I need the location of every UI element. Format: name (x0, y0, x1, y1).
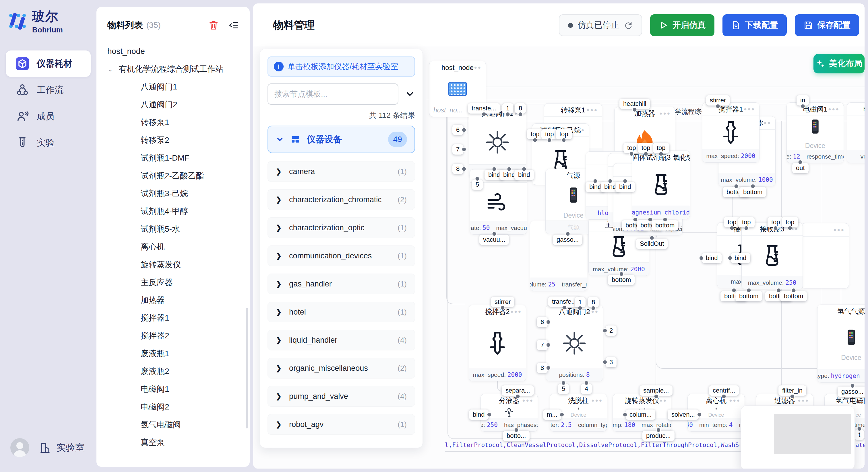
node-menu-icon[interactable]: ●●● (674, 151, 686, 164)
port-top[interactable]: top (527, 129, 544, 139)
port-bind[interactable]: bind (702, 253, 722, 263)
port-in[interactable]: in (797, 95, 809, 105)
port-bottom[interactable]: bottom (780, 291, 807, 301)
port-filter_in[interactable]: filter_in (778, 385, 806, 396)
port-3[interactable]: 3 (606, 357, 617, 367)
port-top[interactable]: top (541, 129, 558, 139)
tree-item-root[interactable]: host_node (107, 42, 247, 60)
tree-item-2[interactable]: 转移泵1 (107, 113, 247, 131)
port-bind[interactable]: bind (469, 409, 489, 420)
node-menu-icon[interactable]: ●●● (744, 103, 755, 116)
canvas-node-receiver-b[interactable]: ●●● (801, 223, 849, 289)
port-6[interactable]: 6 (537, 317, 548, 327)
chevron-down-icon[interactable] (405, 89, 415, 99)
port-2[interactable]: 2 (606, 326, 617, 336)
port-top[interactable]: top (724, 217, 740, 227)
sidebar-item-laboratory[interactable]: 实验室 (38, 441, 85, 454)
sidebar-item-0[interactable]: 仪器耗材 (6, 50, 91, 77)
port-gasso[interactable]: gasso... (553, 235, 582, 245)
sidebar-item-2[interactable]: 成员 (6, 103, 91, 130)
tree-item-11[interactable]: 主反应器 (107, 274, 247, 291)
tree-item-1[interactable]: 八通阀门2 (107, 96, 247, 113)
port-bottom[interactable]: bottom (652, 220, 678, 231)
port-top[interactable]: top (638, 143, 654, 153)
tree-item-17[interactable]: 电磁阀1 (107, 380, 247, 398)
port-stirrer[interactable]: stirrer (706, 95, 730, 105)
category-communication_devices[interactable]: ❯communication_devices(1) (268, 245, 415, 266)
canvas-node-solenoid-1[interactable]: 电磁阀1●●●Devicevoltage: 12response_time: 0… (786, 102, 844, 163)
node-menu-icon[interactable]: ●●● (659, 107, 671, 120)
category-pump_and_valve[interactable]: ❯pump_and_valve(4) (268, 386, 415, 407)
canvas-node-stirrer-1[interactable]: 搅拌器1●●●max_speed: 2000 (702, 102, 760, 163)
tree-item-3[interactable]: 转移泵2 (107, 131, 247, 149)
tree-item-15[interactable]: 废液瓶1 (107, 345, 247, 363)
delete-icon[interactable] (207, 19, 220, 32)
node-menu-icon[interactable]: ●●● (574, 124, 585, 137)
sidebar-item-3[interactable]: 实验 (6, 130, 91, 156)
category-group-instruments[interactable]: 仪器设备 49 (268, 126, 415, 153)
port-8[interactable]: 8 (453, 164, 463, 174)
tree-item-0[interactable]: 八通阀门1 (107, 78, 247, 96)
port-bottom[interactable]: bottom (608, 275, 634, 285)
search-input[interactable] (268, 83, 398, 105)
node-menu-icon[interactable]: ●●● (828, 103, 840, 116)
tree-item-10[interactable]: 旋转蒸发仪 (107, 256, 247, 274)
tree-item-9[interactable]: 离心机 (107, 238, 247, 256)
category-organic_miscellaneous[interactable]: ❯organic_miscellaneous(2) (268, 358, 415, 378)
node-menu-icon[interactable]: ●●● (760, 116, 771, 130)
port-vacuu[interactable]: vacuu... (479, 235, 509, 245)
port-1[interactable]: 1 (502, 103, 513, 113)
canvas-node-solenoid-2[interactable]: 电磁阀2●●●Devicevoltage: 12 (847, 102, 865, 163)
port-8[interactable]: 8 (537, 363, 548, 373)
category-gas_handler[interactable]: ❯gas_handler(1) (268, 274, 415, 294)
tree-item-6[interactable]: 试剂瓶3-己烷 (107, 185, 247, 202)
port-top[interactable]: top (738, 217, 755, 227)
tree-item-4[interactable]: 试剂瓶1-DMF (107, 149, 247, 167)
tree-item-19[interactable]: 氢气电磁阀 (107, 416, 247, 434)
tree-item-5[interactable]: 试剂瓶2-乙酸乙酯 (107, 167, 247, 185)
port-out[interactable]: out (792, 163, 809, 173)
canvas-node-solid-bottle-3[interactable]: 固体试剂瓶3-氯化镁●●●agent: magnesium_chlorideph… (632, 150, 690, 219)
save-config-button[interactable]: 保存配置 (795, 14, 859, 36)
refresh-icon[interactable] (624, 21, 633, 30)
canvas-node-stirrer-2[interactable]: 搅拌器2●●●max_speed: 2000 (469, 305, 526, 381)
tree-item-13[interactable]: 搅拌器1 (107, 309, 247, 327)
tree-item-20[interactable]: 真空泵 (107, 434, 247, 451)
canvas-node-h2-source[interactable]: 氢气气源●●●Device_type: hydrogenmax_pre (817, 305, 865, 382)
port-bottom[interactable]: bottom (739, 187, 766, 197)
category-camera[interactable]: ❯camera(1) (268, 161, 415, 182)
port-bind[interactable]: bind (615, 182, 635, 192)
port-1[interactable]: 1 (575, 297, 586, 307)
beautify-layout-button[interactable]: 美化布局 (813, 54, 865, 73)
download-config-button[interactable]: 下载配置 (722, 14, 787, 36)
port-5[interactable]: 5 (558, 384, 569, 394)
port-separa[interactable]: separa... (502, 385, 534, 396)
tree-item-16[interactable]: 废液瓶2 (107, 363, 247, 380)
node-menu-icon[interactable]: ●●● (586, 103, 598, 117)
port-top[interactable]: top (623, 143, 640, 153)
port-bottom[interactable]: bottom (735, 291, 762, 301)
tree-item-8[interactable]: 试剂瓶5-水 (107, 220, 247, 238)
port-sample[interactable]: sample... (640, 385, 673, 396)
port-7[interactable]: 7 (537, 340, 548, 350)
port-7[interactable]: 7 (453, 144, 463, 155)
sidebar-item-1[interactable]: 工作流 (6, 77, 91, 103)
canvas-node-receiver-3[interactable]: 接收瓶3●●●max_volume: 250 (741, 222, 803, 289)
start-simulation-button[interactable]: 开启仿真 (650, 14, 714, 36)
port-top[interactable]: top (653, 143, 670, 153)
tree-item-7[interactable]: 试剂瓶4-甲醇 (107, 202, 247, 220)
port-bind[interactable]: bind (515, 170, 534, 180)
port-produc[interactable]: produc... (642, 431, 675, 441)
port-8[interactable]: 8 (515, 103, 526, 113)
tree-item-14[interactable]: 搅拌器2 (107, 327, 247, 345)
port-t[interactable]: t (855, 430, 864, 440)
port-m[interactable]: m... (543, 409, 561, 420)
port-centrif[interactable]: centrif... (709, 385, 739, 396)
avatar[interactable] (10, 438, 29, 457)
tree-group[interactable]: ⌄有机化学流程综合测试工作站 (107, 60, 247, 78)
category-liquid_handler[interactable]: ❯liquid_handler(4) (268, 330, 415, 350)
port-stirrer[interactable]: stirrer (491, 297, 515, 307)
canvas-node-valve8-1[interactable]: 八通阀门1●●●positions: (469, 107, 526, 178)
port-transfe[interactable]: transfe... (468, 103, 500, 113)
port-gasso[interactable]: gasso... (838, 386, 865, 397)
